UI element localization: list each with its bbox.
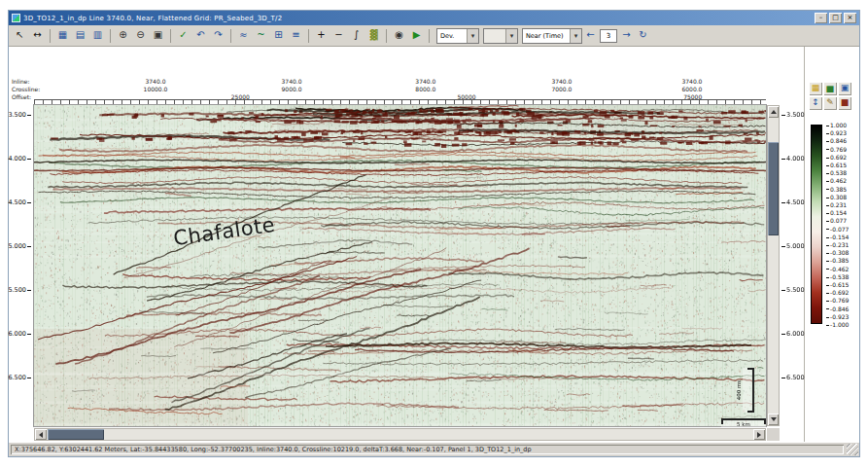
panel-number-input[interactable] bbox=[600, 29, 617, 43]
scrollbar-corner bbox=[767, 428, 780, 441]
resize-grip[interactable] bbox=[847, 444, 858, 455]
colorbar-value-label: 0.077 bbox=[826, 217, 847, 224]
spreadsheet-icon[interactable]: ▦ bbox=[54, 27, 71, 44]
scroll-left-icon[interactable] bbox=[35, 429, 47, 440]
edit-palette-icon[interactable]: ✎ bbox=[823, 96, 837, 110]
horizontal-scale-label: 5 km bbox=[737, 421, 750, 427]
colorbar-value-label: -1.000 bbox=[826, 321, 849, 328]
colorbar-panel: ▦▅▣↕✎■ 1.0000.9230.8460.7690.6920.6150.5… bbox=[804, 47, 859, 442]
status-field: X:375646.82, Y:6302441.62 Meters, Lat:-3… bbox=[11, 445, 844, 454]
histogram-icon[interactable]: ▥ bbox=[89, 27, 106, 44]
prev-panel-icon[interactable]: ← bbox=[582, 27, 599, 44]
zoom-in-icon[interactable]: ⊕ bbox=[115, 27, 131, 44]
crossline-tick-label: 8000.0 bbox=[415, 86, 435, 92]
toolbar-separator bbox=[308, 29, 309, 43]
scroll-right-icon[interactable] bbox=[753, 429, 765, 440]
toolbar-separator bbox=[429, 29, 430, 43]
dev-dropdown[interactable]: Dev. bbox=[436, 28, 479, 44]
dev-dropdown-value: Dev. bbox=[440, 32, 454, 40]
lock-palette-icon[interactable]: ■ bbox=[838, 96, 851, 110]
vertical-scrollbar-thumb[interactable] bbox=[768, 142, 779, 235]
variable-density-icon[interactable]: ▓ bbox=[365, 27, 382, 44]
horizon-icon[interactable]: ~ bbox=[253, 27, 269, 44]
play-icon[interactable]: ▶ bbox=[408, 27, 425, 44]
colorbar-value-label: -0.077 bbox=[826, 226, 849, 233]
colorbar-value-label: 0.154 bbox=[826, 209, 847, 216]
volume-dropdown[interactable]: Near (Time) bbox=[522, 28, 582, 44]
maximize-button[interactable]: □ bbox=[829, 13, 842, 23]
titlebar: 3D_TO12_1_in_dp Line 3740.0, Near, Flatt… bbox=[9, 11, 859, 25]
colorbar-value-label: 0.462 bbox=[826, 177, 847, 184]
colorbar-value-label: 0.615 bbox=[826, 162, 847, 168]
colorbar-value-label: 0.923 bbox=[826, 129, 847, 136]
colorbar-value-label: 0.231 bbox=[826, 201, 847, 208]
time-axis-label-right: 5.500 bbox=[781, 286, 805, 294]
flip-palette-icon[interactable]: ↕ bbox=[809, 96, 822, 110]
toolbar-separator bbox=[110, 29, 111, 43]
scroll-up-icon[interactable] bbox=[768, 106, 779, 118]
accept-icon[interactable]: ✓ bbox=[175, 27, 191, 44]
color-table-icon[interactable]: ▦ bbox=[809, 82, 822, 95]
inline-tick-label: 3740.0 bbox=[145, 78, 165, 85]
inline-tick-label: 3740.0 bbox=[282, 78, 302, 85]
disabled-dropdown bbox=[483, 28, 518, 44]
histogram-panel-icon[interactable]: ▅ bbox=[823, 82, 837, 95]
scroll-down-icon[interactable] bbox=[768, 414, 779, 425]
zoom-window-icon[interactable]: ▣ bbox=[150, 27, 166, 44]
crossline-tick-label: 7000.0 bbox=[551, 86, 572, 92]
time-axis-label-left: 6.000 bbox=[2, 330, 31, 338]
colorbar-value-label: -0.923 bbox=[826, 313, 849, 320]
colorbar-value-label: -0.769 bbox=[826, 297, 849, 304]
time-axis-label-right: 3.500 bbox=[781, 111, 805, 119]
wiggle-trace-icon[interactable]: ∫ bbox=[348, 27, 365, 44]
refresh-icon[interactable]: ↻ bbox=[635, 27, 651, 44]
grid-icon[interactable]: ⊞ bbox=[270, 27, 287, 44]
window-buttons: –□× bbox=[815, 13, 856, 23]
time-axis-label-right: 5.000 bbox=[781, 242, 805, 250]
colorbar-value-label: -0.692 bbox=[826, 289, 849, 296]
time-axis-label-right: 6.500 bbox=[781, 374, 805, 381]
next-panel-icon[interactable]: → bbox=[618, 27, 635, 44]
vertical-scrollbar[interactable] bbox=[767, 105, 780, 426]
table-icon[interactable]: ▤ bbox=[72, 27, 88, 44]
crossline-tick-row: 10000.09000.08000.07000.06000.0 bbox=[34, 86, 766, 93]
status-text: X:375646.82, Y:6302441.62 Meters, Lat:-3… bbox=[15, 446, 532, 453]
seismic-section-canvas[interactable] bbox=[34, 105, 766, 426]
gain-down-icon[interactable]: − bbox=[330, 27, 347, 44]
time-axis-label-left: 5.000 bbox=[2, 242, 31, 250]
time-axis-label-left: 5.500 bbox=[2, 286, 31, 294]
crossline-tick-label: 6000.0 bbox=[681, 86, 702, 92]
offset-ruler-ticks bbox=[34, 100, 766, 104]
layers-icon[interactable]: ≡ bbox=[288, 27, 304, 44]
app-icon bbox=[12, 14, 20, 22]
gain-up-icon[interactable]: + bbox=[313, 27, 330, 44]
time-axis-label-left: 6.500 bbox=[2, 374, 31, 381]
toolbar-separator bbox=[230, 29, 231, 43]
window-title: 3D_TO12_1_in_dp Line 3740.0, Near, Flatt… bbox=[23, 15, 812, 22]
redo-icon[interactable]: ↷ bbox=[210, 27, 226, 44]
inline-tick-label: 3740.0 bbox=[681, 78, 702, 85]
colorbar-value-label: 0.846 bbox=[826, 137, 847, 144]
close-button[interactable]: × bbox=[844, 13, 856, 23]
inline-tick-label: 3740.0 bbox=[551, 78, 572, 85]
undo-icon[interactable]: ↶ bbox=[192, 27, 209, 44]
zoom-out-icon[interactable]: ⊖ bbox=[132, 27, 149, 44]
time-axis-label-left: 4.000 bbox=[2, 155, 31, 162]
toolbar-separator bbox=[50, 29, 51, 43]
colorbar-value-label: -0.846 bbox=[826, 306, 849, 312]
colorbar-value-label: -0.308 bbox=[826, 249, 849, 256]
time-axis-label-right: 6.000 bbox=[781, 330, 805, 338]
snapshot-icon[interactable]: ◉ bbox=[391, 27, 407, 44]
horizontal-scrollbar[interactable] bbox=[34, 428, 766, 441]
minimize-button[interactable]: – bbox=[815, 13, 827, 23]
measure-icon[interactable]: ↔ bbox=[29, 27, 46, 44]
flatten-icon[interactable]: ≈ bbox=[235, 27, 252, 44]
horizontal-scrollbar-thumb[interactable] bbox=[48, 429, 104, 440]
offset-axis-label: Offset: bbox=[12, 93, 31, 101]
horizontal-scale-bar: 5 km bbox=[721, 418, 766, 427]
inline-tick-label: 3740.0 bbox=[415, 78, 435, 85]
vertical-scale-bar: 400 ms bbox=[743, 368, 754, 413]
pointer-icon[interactable]: ↖ bbox=[12, 27, 28, 44]
save-palette-icon[interactable]: ▣ bbox=[838, 82, 851, 95]
colorbar-value-label: -0.615 bbox=[826, 281, 849, 288]
